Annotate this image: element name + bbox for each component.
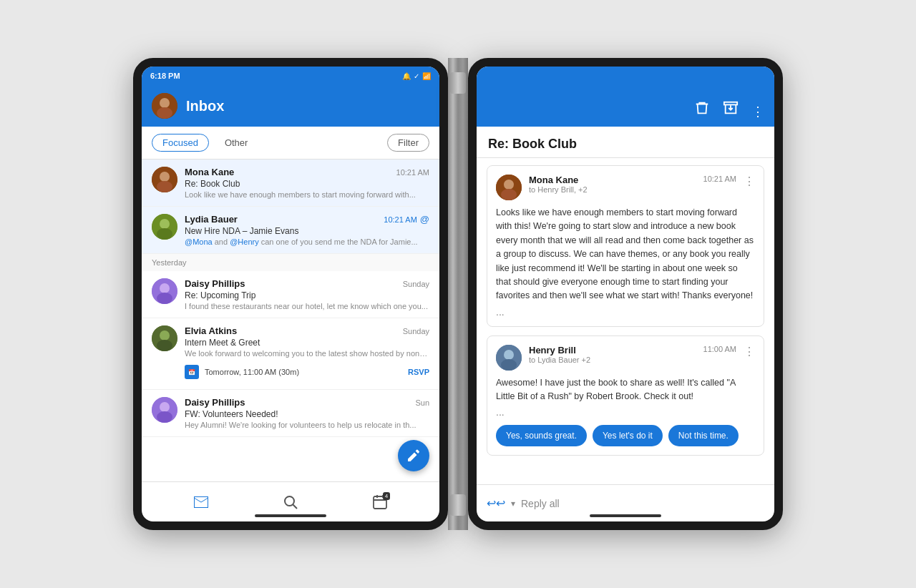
svg-point-1	[160, 98, 170, 108]
msg-avatar-henry	[496, 345, 522, 371]
avatar-mona-kane	[152, 167, 177, 192]
event-row: 📅 Tomorrow, 11:00 AM (30m) RSVP	[185, 362, 429, 382]
svg-point-5	[157, 181, 172, 192]
inbox-tabs: Focused Other Filter	[142, 127, 439, 160]
home-indicator	[255, 514, 326, 517]
hinge-cap-top	[450, 72, 466, 94]
status-time: 6:18 PM	[150, 72, 180, 80]
reply-chevron-icon: ▾	[511, 499, 515, 509]
quick-reply-row: Yes, sounds great. Yes let's do it Not t…	[496, 425, 755, 446]
svg-point-30	[504, 350, 514, 360]
msg-recipient: to Henry Brill, +2	[529, 185, 696, 194]
msg-body-henry: Awesome! I have just the book to share a…	[496, 376, 755, 404]
msg-body-mona: Looks like we have enough members to sta…	[496, 206, 755, 303]
email-content-elvia: Elvia Atkins Sunday Intern Meet & Greet …	[185, 325, 429, 382]
reply-all-text[interactable]: Reply all	[521, 498, 560, 509]
email-item-daisy-trip[interactable]: Daisy Phillips Sunday Re: Upcoming Trip …	[142, 271, 439, 318]
svg-rect-24	[724, 102, 737, 105]
rsvp-button[interactable]: RSVP	[408, 368, 429, 376]
message-henry-brill: Henry Brill to Lydia Bauer +2 11:00 AM ⋮…	[487, 335, 764, 456]
msg-more-options[interactable]: ⋮	[744, 345, 755, 358]
archive-icon[interactable]	[723, 100, 739, 119]
wifi-icon: 📶	[422, 72, 431, 80]
calendar-badge: 4	[383, 492, 390, 500]
svg-line-19	[293, 504, 297, 509]
email-preview: I found these restaurants near our hotel…	[185, 302, 429, 310]
msg-ellipsis: ...	[496, 406, 755, 418]
email-content-daisy-fw: Daisy Phillips Sun FW: Volunteers Needed…	[185, 397, 429, 429]
email-subject: FW: Volunteers Needed!	[185, 409, 429, 419]
right-home-indicator	[590, 514, 661, 517]
svg-point-4	[160, 172, 170, 182]
svg-point-31	[501, 359, 517, 371]
email-sender: Lydia Bauer	[185, 214, 238, 225]
email-subject: Re: Upcoming Trip	[185, 290, 429, 300]
email-item-elvia-atkins[interactable]: Elvia Atkins Sunday Intern Meet & Greet …	[142, 318, 439, 390]
inbox-header: Inbox	[142, 85, 439, 127]
email-time: Sunday	[403, 280, 429, 288]
check-icon: ✓	[414, 72, 419, 80]
msg-sender-name: Henry Brill	[529, 345, 696, 356]
device-hinge	[448, 58, 468, 530]
quick-reply-not-this-time[interactable]: Not this time.	[668, 425, 739, 446]
msg-sender-info-henry: Henry Brill to Lydia Bauer +2	[529, 345, 696, 364]
msg-ellipsis: ...	[496, 306, 755, 318]
search-nav-icon[interactable]	[279, 491, 302, 514]
email-sender: Daisy Phillips	[185, 278, 245, 289]
more-options-icon[interactable]: ⋮	[751, 104, 764, 119]
email-subject: New Hire NDA – Jamie Evans	[185, 226, 429, 236]
dual-screen-device: 6:18 PM 🔔 ✓ 📶 Inbox Focused Other Filter	[133, 58, 783, 530]
svg-point-27	[504, 180, 514, 190]
svg-point-2	[157, 107, 172, 119]
quick-reply-yes-lets-do-it[interactable]: Yes let's do it	[593, 425, 663, 446]
email-item-mona-kane[interactable]: Mona Kane 10:21 AM Re: Book Club Look li…	[142, 160, 439, 207]
tab-other[interactable]: Other	[215, 134, 258, 151]
svg-point-7	[160, 219, 170, 229]
hinge-cap-bottom	[450, 494, 466, 516]
avatar-lydia-bauer	[152, 214, 177, 240]
message-mona-kane: Mona Kane to Henry Brill, +2 10:21 AM ⋮ …	[487, 165, 764, 327]
svg-point-10	[160, 283, 170, 293]
msg-recipient: to Lydia Bauer +2	[529, 356, 696, 364]
message-thread: Mona Kane to Henry Brill, +2 10:21 AM ⋮ …	[477, 158, 774, 484]
email-subject: Intern Meet & Greet	[185, 338, 429, 348]
avatar-elvia-atkins	[152, 325, 177, 351]
email-preview: We look forward to welcoming you to the …	[185, 349, 429, 358]
email-list: Mona Kane 10:21 AM Re: Book Club Look li…	[142, 160, 439, 481]
email-preview: @Mona and @Henry can one of you send me …	[185, 237, 429, 246]
delete-icon[interactable]	[694, 100, 710, 119]
left-status-bar: 6:18 PM 🔔 ✓ 📶	[142, 67, 439, 85]
left-screen: 6:18 PM 🔔 ✓ 📶 Inbox Focused Other Filter	[133, 58, 448, 530]
email-sender: Mona Kane	[185, 167, 234, 177]
msg-sender-info-mona: Mona Kane to Henry Brill, +2	[529, 175, 696, 194]
svg-point-17	[157, 411, 172, 423]
msg-time: 10:21 AM	[703, 175, 736, 183]
inbox-title: Inbox	[186, 98, 224, 114]
email-time: Sun	[415, 398, 429, 407]
email-content-mona: Mona Kane 10:21 AM Re: Book Club Look li…	[185, 167, 429, 199]
email-preview: Hey Alumni! We're looking for volunteers…	[185, 421, 429, 429]
email-sender: Elvia Atkins	[185, 325, 237, 336]
email-item-daisy-volunteers[interactable]: Daisy Phillips Sun FW: Volunteers Needed…	[142, 390, 439, 437]
mail-nav-icon[interactable]	[190, 491, 213, 514]
msg-more-options[interactable]: ⋮	[744, 175, 755, 188]
svg-point-8	[157, 228, 172, 240]
right-screen: ⋮ Re: Book Club Mona Kane to Henry Brill…	[468, 58, 783, 530]
event-text: Tomorrow, 11:00 AM (30m)	[205, 368, 402, 376]
email-subject: Re: Book Club	[185, 179, 429, 189]
thread-title: Re: Book Club	[477, 127, 774, 158]
avatar-daisy-phillips	[152, 278, 177, 304]
calendar-icon: 📅	[185, 365, 199, 379]
user-avatar[interactable]	[152, 93, 177, 119]
email-item-lydia-bauer[interactable]: Lydia Bauer 10:21 AM @ New Hire NDA – Ja…	[142, 207, 439, 254]
tab-focused[interactable]: Focused	[152, 134, 209, 152]
email-content-daisy-trip: Daisy Phillips Sunday Re: Upcoming Trip …	[185, 278, 429, 310]
email-sender: Daisy Phillips	[185, 397, 245, 408]
svg-point-16	[160, 402, 170, 412]
filter-button[interactable]: Filter	[387, 134, 429, 152]
svg-point-18	[285, 496, 294, 506]
compose-fab[interactable]	[398, 440, 429, 471]
quick-reply-yes-sounds-great[interactable]: Yes, sounds great.	[496, 425, 587, 446]
calendar-nav-icon[interactable]: 4	[369, 491, 391, 514]
mention-indicator: @	[420, 214, 429, 225]
